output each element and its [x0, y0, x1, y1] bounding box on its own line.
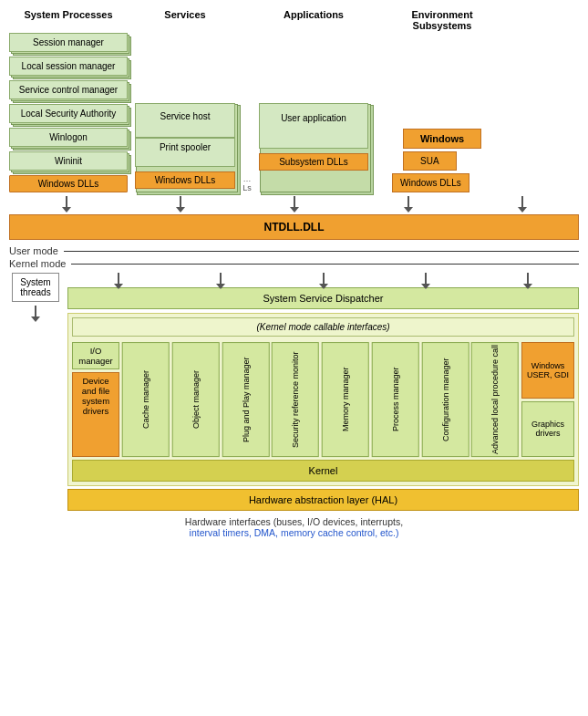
env-subsystems-column: Windows SUA Windows DLLs: [392, 129, 492, 192]
pnp-manager: Plug and Play manager: [222, 342, 270, 457]
arrow-k5: [527, 273, 529, 285]
sys-processes-title: System Processes: [9, 9, 128, 31]
io-manager: I/O manager: [72, 342, 119, 369]
memory-manager: Memory manager: [322, 342, 369, 457]
arrow-sys-threads: [35, 306, 36, 318]
arrow-sys-proc: [66, 196, 67, 209]
applications-title: Applications: [259, 9, 368, 31]
hal-bar: Hardware abstraction layer (HAL): [67, 489, 579, 511]
security-monitor: Security reference monitor: [272, 342, 319, 457]
arrow-k3: [323, 273, 325, 285]
local-session-manager-stack: Local session manager: [9, 57, 128, 76]
user-mode-line: User mode: [9, 245, 579, 256]
callable-bar: (Kernel mode callable interfaces): [72, 317, 574, 337]
kernel-content: System Service Dispatcher (Kernel mode c…: [67, 273, 579, 511]
service-host-box: Service host: [135, 103, 235, 138]
arrow-k2: [220, 273, 222, 285]
wininit-stack: Wininit: [9, 151, 128, 171]
user-application-box: User application: [259, 103, 368, 149]
service-dll-suffix: …Ls: [242, 119, 252, 192]
arrow-k1: [118, 273, 119, 285]
winlogon-box: Winlogon: [9, 128, 128, 147]
device-drivers: Device and file system drivers: [72, 372, 119, 457]
subsystem-dlls: Subsystem DLLs: [259, 153, 368, 171]
arrow-env2: [521, 196, 523, 209]
print-spooler-box: Print spooler: [135, 138, 235, 167]
applications-column: User application Subsystem DLLs: [259, 103, 368, 192]
windows-user-gdi: Windows USER, GDI: [521, 342, 574, 399]
alpc-manager: Advanced local procedure call: [471, 342, 519, 457]
services-column: Service host Print spooler Windows DLLs: [135, 103, 235, 192]
sua-box: SUA: [403, 151, 457, 171]
services-title: Services: [135, 9, 235, 31]
lsa-box: Local Security Authority: [9, 104, 128, 123]
service-control-manager-box: Service control manager: [9, 80, 128, 99]
ssd-bar: System Service Dispatcher: [67, 287, 579, 309]
kernel-mode-area: System threads: [9, 273, 579, 511]
winlogon-stack: Winlogon: [9, 128, 128, 147]
kernel-bar: Kernel: [72, 460, 574, 482]
local-session-manager-box: Local session manager: [9, 57, 128, 76]
session-manager-stack: Session manager: [9, 33, 128, 52]
env-windows-dlls: Windows DLLs: [392, 173, 469, 192]
kernel-box: (Kernel mode callable interfaces) I/O ma…: [67, 313, 579, 486]
system-processes-column: Session manager Local session manager Se…: [9, 33, 128, 192]
windows-env-box: Windows: [403, 129, 481, 149]
hw-line2: interval timers, DMA, memory cache contr…: [190, 527, 399, 538]
session-manager-box: Session manager: [9, 33, 128, 52]
cache-manager: Cache manager: [122, 342, 170, 457]
services-windows-dlls: Windows DLLs: [135, 171, 235, 189]
config-manager: Configuration manager: [422, 342, 469, 457]
process-manager: Process manager: [372, 342, 419, 457]
arrow-services: [180, 196, 181, 209]
sys-proc-windows-dlls: Windows DLLs: [9, 175, 128, 192]
service-control-manager-stack: Service control manager: [9, 80, 128, 99]
hardware-interfaces: Hardware interfaces (buses, I/O devices,…: [9, 516, 579, 538]
arrow-k4: [425, 273, 427, 285]
lsa-stack: Local Security Authority: [9, 104, 128, 123]
object-manager: Object manager: [172, 342, 220, 457]
ntdll-bar: NTDLL.DLL: [9, 214, 579, 240]
arrow-apps: [294, 196, 295, 209]
main-diagram: System Processes Services Applications E…: [9, 9, 579, 538]
env-subsystems-title: Environment Subsystems: [392, 9, 492, 31]
kernel-mode-line: Kernel mode: [9, 258, 579, 269]
wininit-box: Wininit: [9, 151, 128, 171]
graphics-drivers: Graphics drivers: [521, 401, 574, 458]
system-threads-box: System threads: [12, 273, 59, 302]
arrow-env: [407, 196, 409, 209]
